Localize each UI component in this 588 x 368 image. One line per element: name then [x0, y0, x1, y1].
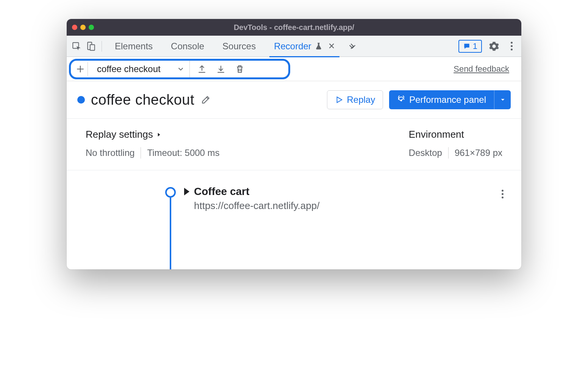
recording-header: coffee checkout Replay Performance panel [67, 81, 521, 119]
environment-heading: Environment [409, 129, 502, 140]
window-title: DevTools - coffee-cart.netlify.app/ [67, 23, 521, 32]
device-value: Desktop [409, 148, 442, 158]
tab-recorder-label: Recorder [274, 41, 311, 52]
minimize-window-button[interactable] [80, 25, 86, 30]
device-toolbar-icon[interactable] [86, 41, 96, 52]
devtools-tabbar: Elements Console Sources Recorder ✕ 1 [67, 36, 521, 57]
recording-selector-value: coffee checkout [97, 64, 161, 74]
recorder-toolbar: coffee checkout Send feedback [67, 57, 521, 81]
step-more-menu[interactable] [497, 189, 508, 199]
caret-down-icon [499, 96, 506, 103]
replay-settings-section: Replay settings No throttling Timeout: 5… [86, 129, 220, 159]
steps-timeline: Coffee cart https://coffee-cart.netlify.… [67, 170, 521, 212]
inspect-element-icon[interactable] [71, 41, 82, 52]
tab-console[interactable]: Console [163, 36, 213, 57]
chevron-down-icon [177, 65, 185, 73]
step-url: https://coffee-cart.netlify.app/ [194, 200, 502, 212]
svg-rect-2 [90, 44, 95, 50]
performance-panel-button-group: Performance panel [389, 90, 511, 109]
step-title: Coffee cart [194, 186, 249, 198]
replay-settings-heading[interactable]: Replay settings [86, 129, 220, 140]
titlebar: DevTools - coffee-cart.netlify.app/ [67, 19, 521, 36]
divider [141, 147, 141, 159]
close-window-button[interactable] [72, 25, 77, 30]
divider [448, 147, 449, 159]
gauge-icon [397, 96, 405, 104]
import-button[interactable] [216, 64, 226, 74]
throttling-value: No throttling [86, 148, 134, 158]
close-tab-icon[interactable]: ✕ [328, 41, 335, 51]
chevron-right-icon [156, 132, 161, 137]
new-recording-button[interactable] [73, 62, 88, 76]
chat-icon [463, 42, 471, 50]
traffic-lights [72, 25, 94, 30]
performance-panel-button[interactable]: Performance panel [389, 90, 494, 109]
tab-elements[interactable]: Elements [106, 36, 161, 57]
viewport-value: 961×789 px [455, 148, 502, 158]
performance-panel-dropdown[interactable] [494, 90, 511, 109]
timeout-value: Timeout: 5000 ms [147, 148, 219, 158]
recording-selector[interactable]: coffee checkout [91, 61, 190, 77]
replay-button[interactable]: Replay [327, 90, 383, 109]
issues-button[interactable]: 1 [458, 40, 482, 53]
settings-row: Replay settings No throttling Timeout: 5… [67, 119, 521, 170]
devtools-window: DevTools - coffee-cart.netlify.app/ Elem… [67, 19, 521, 269]
step-connector [170, 198, 171, 269]
tab-recorder[interactable]: Recorder ✕ [266, 36, 343, 57]
svg-point-3 [401, 100, 402, 101]
play-icon [335, 96, 343, 104]
step-item[interactable]: Coffee cart https://coffee-cart.netlify.… [184, 186, 502, 212]
issues-count: 1 [473, 41, 477, 51]
replay-label: Replay [347, 94, 375, 105]
recording-title: coffee checkout [91, 92, 194, 108]
tab-sources[interactable]: Sources [214, 36, 264, 57]
more-menu-icon[interactable] [506, 41, 517, 52]
performance-panel-label: Performance panel [409, 94, 486, 105]
export-button[interactable] [197, 64, 207, 74]
step-node-icon [165, 187, 176, 198]
delete-button[interactable] [235, 64, 245, 74]
more-tabs-icon[interactable] [347, 41, 358, 52]
settings-gear-icon[interactable] [489, 41, 499, 52]
environment-section: Environment Desktop 961×789 px [409, 129, 502, 159]
flask-icon [314, 42, 323, 50]
expand-step-icon[interactable] [184, 188, 189, 195]
send-feedback-link[interactable]: Send feedback [454, 64, 509, 74]
recording-status-dot [77, 96, 85, 104]
maximize-window-button[interactable] [89, 25, 94, 30]
edit-title-button[interactable] [200, 94, 211, 105]
